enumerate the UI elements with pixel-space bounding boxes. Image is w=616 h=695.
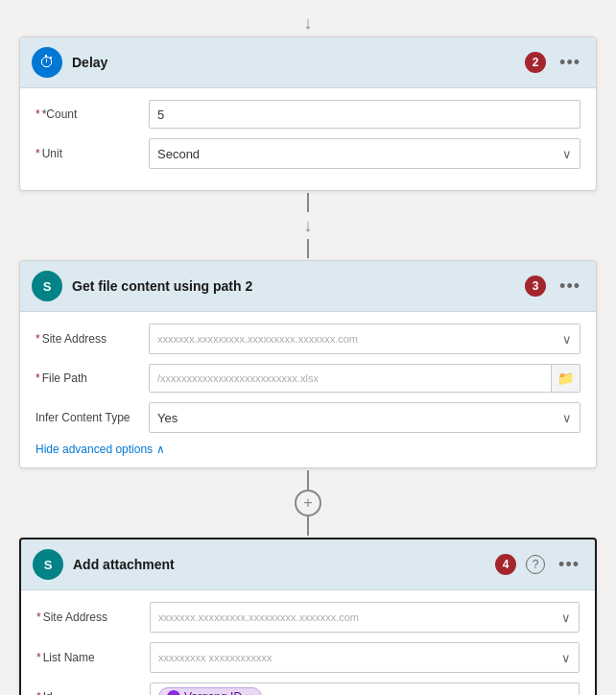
add-attachment-body: *Site Address xxxxxxx.xxxxxxxxx.xxxxxxxx… (21, 590, 595, 695)
s2-icon: S (44, 558, 53, 572)
infer-chevron: ∨ (562, 411, 572, 425)
aa-site-address-value: xxxxxxx.xxxxxxxxx.xxxxxxxxx.xxxxxxx.com (158, 611, 359, 623)
token-icon-purple: x (167, 690, 180, 695)
add-step-button[interactable]: + (295, 490, 321, 516)
list-name-select[interactable]: xxxxxxxxx xxxxxxxxxxxx ∨ (150, 642, 580, 673)
infer-content-select[interactable]: Yes ∨ (149, 402, 580, 433)
connector-4 (307, 516, 309, 536)
hide-advanced-button[interactable]: Hide advanced options ∧ (36, 443, 580, 456)
aa-site-address-select[interactable]: xxxxxxx.xxxxxxxxx.xxxxxxxxx.xxxxxxx.com … (150, 602, 580, 633)
add-attachment-title: Add attachment (73, 557, 486, 572)
vorgang-id-token: x Vorgang ID ✕ (158, 687, 262, 695)
site-address-row: *Site Address xxxxxxx.xxxxxxxxx.xxxxxxxx… (36, 324, 580, 354)
unit-select[interactable]: Second ∨ (149, 138, 580, 169)
file-browse-button[interactable]: 📁 (552, 364, 580, 393)
aa-site-address-label: *Site Address (36, 611, 142, 624)
delay-menu[interactable]: ••• (556, 53, 584, 73)
delay-card-header[interactable]: ⏱ Delay 2 ••• (20, 37, 596, 88)
list-name-label: *List Name (36, 651, 142, 664)
add-attachment-icon: S (33, 549, 63, 580)
site-address-select[interactable]: xxxxxxx.xxxxxxxxx.xxxxxxxxx.xxxxxxx.com … (149, 324, 580, 354)
clock-icon: ⏱ (39, 54, 55, 71)
connector-3 (307, 470, 309, 490)
remove-vorgang-id[interactable]: ✕ (246, 692, 253, 696)
site-address-chevron: ∨ (562, 332, 572, 347)
unit-chevron: ∨ (562, 147, 572, 161)
file-path-row: *File Path 📁 (36, 364, 580, 393)
aa-site-chevron: ∨ (561, 611, 571, 625)
get-file-menu[interactable]: ••• (556, 276, 584, 297)
s-icon: S (43, 279, 52, 294)
count-label: **Count (36, 108, 141, 121)
connector-2 (307, 239, 309, 258)
connector-1 (307, 193, 309, 212)
add-attachment-menu[interactable]: ••• (555, 555, 583, 575)
top-arrow: ↓ (304, 10, 313, 36)
id-row: *Id x Vorgang ID ✕ (36, 683, 580, 695)
get-file-badge: 3 (525, 276, 546, 297)
list-name-row: *List Name xxxxxxxxx xxxxxxxxxxxx ∨ (36, 642, 580, 673)
add-attachment-header[interactable]: S Add attachment 4 ? ••• (21, 539, 595, 590)
get-file-card: S Get file content using path 2 3 ••• *S… (19, 260, 597, 468)
chevron-up-icon: ∧ (156, 443, 165, 456)
infer-content-row: Infer Content Type Yes ∨ (36, 402, 580, 433)
add-attachment-badge: 4 (495, 554, 516, 575)
count-input[interactable] (149, 100, 580, 129)
delay-title: Delay (72, 55, 515, 70)
site-address-label: *Site Address (36, 332, 141, 346)
get-file-icon: S (32, 271, 62, 301)
site-address-value: xxxxxxx.xxxxxxxxx.xxxxxxxxx.xxxxxxx.com (157, 333, 358, 345)
count-row: **Count (36, 100, 580, 129)
folder-icon: 📁 (557, 371, 574, 386)
delay-icon: ⏱ (32, 47, 62, 78)
aa-site-address-row: *Site Address xxxxxxx.xxxxxxxxx.xxxxxxxx… (36, 602, 580, 633)
add-attachment-card: S Add attachment 4 ? ••• *Site Address x… (19, 538, 597, 695)
unit-label: *Unit (36, 147, 141, 160)
file-path-container: 📁 (149, 364, 580, 393)
delay-body: **Count *Unit Second ∨ (20, 88, 596, 190)
arrow-2: ↓ (304, 212, 313, 239)
infer-content-label: Infer Content Type (36, 411, 141, 424)
delay-badge: 2 (525, 52, 546, 73)
delay-card: ⏱ Delay 2 ••• **Count *Unit Second ∨ (19, 36, 597, 191)
list-name-chevron: ∨ (561, 651, 571, 665)
file-path-label: *File Path (36, 371, 141, 385)
get-file-header[interactable]: S Get file content using path 2 3 ••• (20, 261, 596, 312)
get-file-title: Get file content using path 2 (72, 278, 515, 294)
list-name-value: xxxxxxxxx xxxxxxxxxxxx (158, 652, 272, 663)
help-button[interactable]: ? (526, 555, 545, 574)
id-label: *Id (36, 690, 142, 695)
id-field[interactable]: x Vorgang ID ✕ (150, 683, 580, 695)
unit-row: *Unit Second ∨ (36, 138, 580, 169)
file-path-input[interactable] (149, 364, 552, 393)
get-file-body: *Site Address xxxxxxx.xxxxxxxxx.xxxxxxxx… (20, 312, 596, 467)
